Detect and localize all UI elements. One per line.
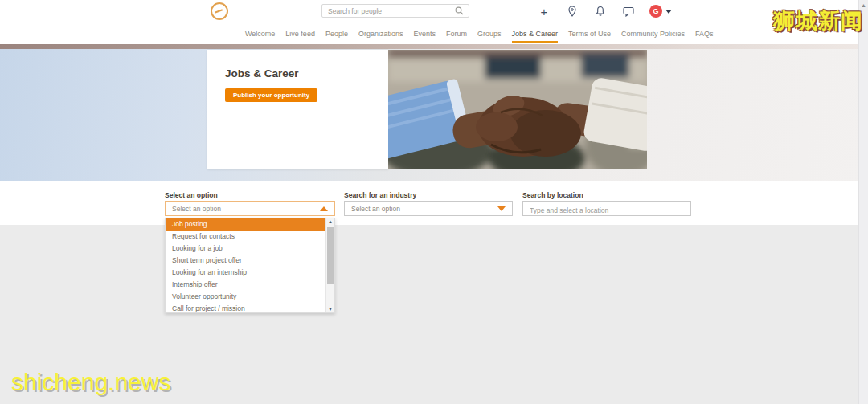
nav-item-organizations[interactable]: Organizations xyxy=(358,24,403,43)
type-filter-dropdown[interactable]: Select an option xyxy=(165,201,335,216)
industry-filter-value: Select an option xyxy=(345,205,400,213)
publish-opportunity-button[interactable]: Publish your opportunity xyxy=(225,88,317,102)
nav-item-jobs-career[interactable]: Jobs & Career xyxy=(512,24,559,43)
dropdown-option-volunteer-opportunity[interactable]: Volunteer opportunity xyxy=(166,291,326,303)
nav-item-welcome[interactable]: Welcome xyxy=(245,24,275,43)
dropdown-option-call-for-project-mission[interactable]: Call for project / mission xyxy=(166,303,326,313)
nav-item-forum[interactable]: Forum xyxy=(446,24,467,43)
dropdown-option-request-for-contacts[interactable]: Request for contacts xyxy=(166,231,326,243)
page-title: Jobs & Career xyxy=(225,67,388,80)
nav-item-groups[interactable]: Groups xyxy=(477,24,502,43)
search-box[interactable] xyxy=(321,4,469,18)
main-nav: Welcome Live feed People Organizations E… xyxy=(0,22,868,44)
nav-item-events[interactable]: Events xyxy=(413,24,436,43)
dropdown-option-internship-offer[interactable]: Internship offer xyxy=(166,279,326,291)
filter-band: Select an option Select an option Search… xyxy=(0,181,868,225)
dropdown-option-short-term-project-offer[interactable]: Short term project offer xyxy=(166,255,326,267)
chevron-down-icon xyxy=(665,10,672,14)
location-input[interactable] xyxy=(523,204,690,218)
dropdown-option-looking-for-an-internship[interactable]: Looking for an internship xyxy=(166,267,326,279)
dropdown-scrollbar[interactable]: ▲ ▼ xyxy=(326,218,334,312)
location-filter-label: Search by location xyxy=(522,191,583,199)
top-bar: + G xyxy=(0,0,868,22)
nav-item-live-feed[interactable]: Live feed xyxy=(285,24,315,43)
hero-banner: Jobs & Career Publish your opportunity xyxy=(0,44,868,181)
location-filter-field xyxy=(522,201,691,216)
industry-filter-label: Search for an industry xyxy=(344,191,416,199)
page: + G Welcome Live feed People Organizatio… xyxy=(0,0,868,404)
type-filter-value: Select an option xyxy=(166,205,221,213)
add-icon[interactable]: + xyxy=(537,4,551,18)
handshake-photo xyxy=(388,50,647,169)
watermark-top-right: 狮城新闻 xyxy=(773,6,863,35)
dropdown-option-job-posting[interactable]: Job posting xyxy=(166,218,326,231)
scroll-down-icon[interactable]: ▼ xyxy=(326,307,334,312)
messages-chat-icon[interactable] xyxy=(621,4,636,18)
site-logo[interactable] xyxy=(211,2,228,20)
avatar[interactable]: G xyxy=(649,5,662,18)
scrollbar-thumb[interactable] xyxy=(327,227,334,284)
user-menu[interactable]: G xyxy=(649,5,672,18)
nav-item-faqs[interactable]: FAQs xyxy=(695,24,714,43)
nav-item-people[interactable]: People xyxy=(326,24,348,43)
type-dropdown-panel: Job posting Request for contacts Looking… xyxy=(165,218,335,313)
chevron-up-icon xyxy=(320,206,328,211)
scroll-up-icon[interactable]: ▲ xyxy=(326,219,334,224)
location-pin-icon[interactable] xyxy=(565,4,579,18)
watermark-bottom-left: shicheng.news xyxy=(11,369,170,396)
search-icon[interactable] xyxy=(455,6,464,15)
notifications-bell-icon[interactable] xyxy=(593,4,608,18)
search-input[interactable] xyxy=(322,7,455,15)
type-filter-label: Select an option xyxy=(165,191,218,199)
nav-item-terms-of-use[interactable]: Terms of Use xyxy=(568,24,611,43)
chevron-down-icon xyxy=(497,206,506,211)
industry-filter-dropdown[interactable]: Select an option xyxy=(344,201,513,216)
nav-item-community-policies[interactable]: Community Policies xyxy=(621,24,685,43)
dropdown-option-looking-for-a-job[interactable]: Looking for a job xyxy=(166,243,326,255)
page-scrollbar[interactable]: ▲ xyxy=(858,0,868,404)
hero-card: Jobs & Career Publish your opportunity xyxy=(207,50,388,169)
topbar-icons: + G xyxy=(537,0,672,22)
